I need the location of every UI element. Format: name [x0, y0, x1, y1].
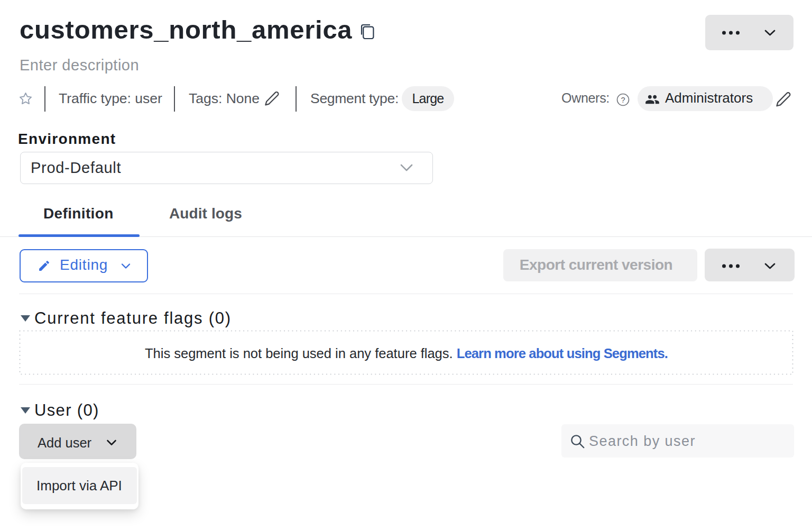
svg-text:?: ?	[621, 96, 625, 104]
